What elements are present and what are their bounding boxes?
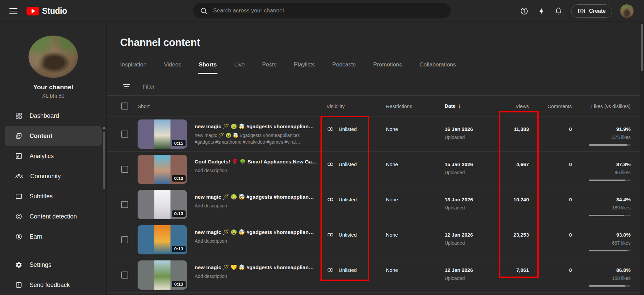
sidebar-item-dashboard[interactable]: Dashboard [5,106,102,126]
likes-count: 96 likes [563,170,631,175]
short-row[interactable]: 0:13 Cool Gadgets! 🌹 🌳 Smart Appliances,… [107,152,644,187]
sidebar-item-content-detection[interactable]: Content detection [5,206,102,227]
page-scrollbar[interactable] [640,22,644,295]
bell-icon[interactable] [554,7,563,15]
sidebar-item-content[interactable]: Content [5,126,102,146]
short-thumbnail[interactable]: 0:15 [138,119,187,149]
sidebar-item-analytics[interactable]: Analytics [5,146,102,166]
sidebar-item-label: Content [30,133,52,140]
tab-live[interactable]: Live [234,61,245,74]
sidebar-scroll-up-icon[interactable] [102,127,106,129]
sidebar-item-label: Community [30,173,61,180]
short-title[interactable]: new magic 🪄 🤢 🤯 #gadgests #homeapplian… [195,229,324,235]
likes-count: 189 likes [563,205,631,210]
help-icon[interactable] [520,7,529,15]
short-description[interactable]: Add description [195,202,324,209]
short-row[interactable]: 0:13 new magic 🪄 🤢 🤯 #gadgests #homeappl… [107,187,644,222]
likes-ratio-fill [589,144,627,146]
page-scrollbar-thumb[interactable] [641,24,643,71]
sidebar-item-send-feedback[interactable]: Send feedback [5,275,102,295]
create-button[interactable]: Create [571,4,612,18]
column-header-likes[interactable]: Likes (vs dislikes) [591,103,631,109]
search-bar[interactable] [193,3,451,18]
date-status: Uploaded [445,276,473,281]
analytics-icon [15,152,22,160]
unlisted-link-icon [327,196,334,203]
row-checkbox[interactable] [121,166,128,173]
community-icon [15,172,23,180]
channel-content-page: Channel content InspirationVideosShortsL… [107,22,644,295]
page-title: Channel content [120,37,200,49]
visibility-value: Unlisted [339,161,357,167]
short-thumbnail[interactable]: 0:13 [138,225,187,254]
short-title[interactable]: Cool Gadgets! 🌹 🌳 Smart Appliances,New G… [195,159,324,165]
content-icon [15,132,22,140]
column-header-restrictions[interactable]: Restrictions [386,103,412,109]
tab-inspiration[interactable]: Inspiration [120,61,146,74]
tab-podcasts[interactable]: Podcasts [332,61,356,74]
sparkle-icon[interactable] [537,7,546,15]
table-header: Short Visibility Restrictions Date ↓ Vie… [107,96,644,116]
short-title[interactable]: new magic 🪄 🤢 🤯 #gadgests #homeapplian… [195,124,324,130]
search-input[interactable] [213,7,451,14]
channel-name[interactable]: Your channel [0,84,106,91]
visibility-cell[interactable]: Unlisted [327,125,357,133]
sidebar-item-community[interactable]: Community [5,166,102,186]
row-checkbox[interactable] [121,201,128,208]
short-row[interactable]: 0:13 new magic 🪄 💛 🤯 #gadgests #homeappl… [107,257,644,293]
short-row[interactable]: 0:13 new magic 🪄 🤢 🤯 #gadgests #homeappl… [107,222,644,257]
short-description[interactable]: Add description [195,273,324,280]
topbar: Studio Create [0,0,644,22]
tab-shorts[interactable]: Shorts [199,61,217,74]
likes-count: 158 likes [563,276,631,281]
short-thumbnail[interactable]: 0:13 [138,190,187,219]
short-thumbnail[interactable]: 0:13 [138,260,187,290]
column-header-comments[interactable]: Comments [547,103,572,109]
likes-cell: 93.0% 687 likes [563,232,631,251]
date-status: Uploaded [445,170,473,175]
column-header-views[interactable]: Views [515,103,529,109]
short-description[interactable]: Add description [195,167,324,174]
sidebar-item-subtitles[interactable]: Subtitles [5,186,102,206]
column-header-date[interactable]: Date ↓ [445,103,461,109]
short-row[interactable]: 0:15 new magic 🪄 🤢 🤯 #gadgests #homeappl… [107,116,644,152]
date-cell: 16 Jan 2026 Uploaded [445,126,473,140]
date-value: 13 Jan 2026 [445,197,473,202]
select-all-checkbox[interactable] [121,102,128,109]
youtube-studio-logo[interactable]: Studio [27,6,67,16]
visibility-cell[interactable]: Unlisted [327,196,357,203]
visibility-cell[interactable]: Unlisted [327,231,357,239]
column-header-visibility[interactable]: Visibility [327,103,345,109]
tab-playlists[interactable]: Playlists [294,61,315,74]
tab-videos[interactable]: Videos [164,61,181,74]
logo-text: Studio [42,6,67,16]
likes-ratio-bar [589,215,631,216]
channel-avatar[interactable] [29,36,78,78]
sidebar-scrollbar[interactable] [103,132,105,189]
tab-collaborations[interactable]: Collaborations [419,61,456,74]
likes-percentage: 93.0% [563,232,631,238]
feedback-icon [15,281,22,289]
unlisted-link-icon [327,125,334,133]
unlisted-link-icon [327,231,334,239]
short-thumbnail[interactable]: 0:13 [138,155,187,184]
row-checkbox[interactable] [121,236,128,243]
account-avatar[interactable] [620,4,634,18]
tab-promotions[interactable]: Promotions [373,61,402,74]
hamburger-menu-icon[interactable] [9,8,17,14]
settings-icon [15,261,22,268]
visibility-cell[interactable]: Unlisted [327,266,357,274]
restrictions-cell: None [386,126,398,132]
short-description[interactable]: Add description [195,238,324,244]
visibility-cell[interactable]: Unlisted [327,160,357,168]
short-title[interactable]: new magic 🪄 🤢 🤯 #gadgests #homeapplian… [195,194,324,200]
filter-input[interactable] [143,84,277,90]
short-title[interactable]: new magic 🪄 💛 🤯 #gadgests #homeapplian… [195,264,324,271]
sidebar-item-label: Dashboard [30,112,59,119]
row-checkbox[interactable] [121,131,128,138]
sidebar-item-settings[interactable]: Settings [5,255,102,275]
row-checkbox[interactable] [121,272,128,279]
tab-posts[interactable]: Posts [262,61,277,74]
sidebar-item-earn[interactable]: Earn [5,227,102,247]
short-description[interactable]: new magic 🪄 🤢 🤯 #gadgests #homeappliance… [195,132,324,145]
